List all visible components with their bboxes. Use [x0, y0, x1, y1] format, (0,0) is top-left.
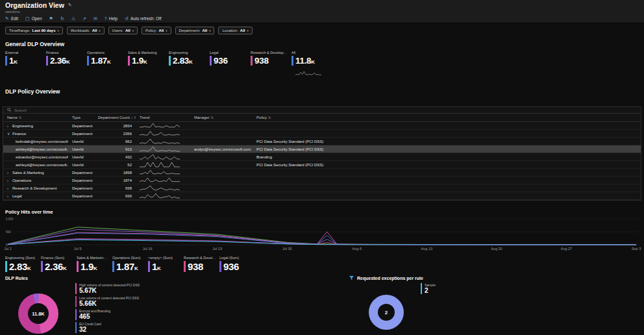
policy-hits-chart[interactable]: 1,0005000: [5, 217, 639, 246]
kpi-card-operations[interactable]: Operations1.87K: [87, 51, 125, 79]
trend-sparkline: [140, 138, 180, 144]
alert-icon[interactable]: ⚠: [71, 16, 75, 21]
kpi-card-sales-marketing-sum[interactable]: Sales & Marketing (Sum)1.9K: [77, 256, 109, 272]
bookmark-icon[interactable]: ⚑: [49, 16, 53, 21]
kpi-card-sales-marketing[interactable]: Sales & Marketing1.9K: [128, 51, 166, 79]
column-label: Policy: [256, 116, 267, 119]
name-cell: ashleyd@treysec.onmicrosoft.com: [3, 163, 68, 167]
row-trend: [136, 193, 190, 199]
kpi-unit: K: [66, 59, 69, 65]
kpi-card-finance-sum[interactable]: Finance (Sum)2.36K: [41, 256, 73, 272]
help-button[interactable]: ? Help: [105, 16, 118, 21]
filter-policy[interactable]: Policy:All▾: [142, 27, 171, 34]
kpi-card-external[interactable]: External1K: [5, 51, 43, 79]
kpi-value: 1K: [5, 56, 43, 66]
kpi-card-research-development[interactable]: Research & Development938: [251, 51, 288, 79]
kpi-number: 2.36K: [50, 56, 70, 66]
filter-users[interactable]: Users:All▾: [108, 27, 138, 34]
comment-icon[interactable]: ✉: [93, 16, 97, 21]
name-cell: ›Sales & Marketing: [3, 171, 68, 175]
kpi-row-sums: Engineering (Sum)2.83KFinance (Sum)2.36K…: [0, 253, 644, 272]
column-header-trend[interactable]: Trend: [136, 116, 190, 119]
kpi-card-legal-sum[interactable]: Legal (Sum)936: [219, 256, 252, 272]
open-button[interactable]: ▢ Open: [25, 16, 42, 21]
filter-workloads[interactable]: Workloads:All▾: [67, 27, 105, 34]
column-header-name[interactable]: Name⇅: [3, 116, 68, 119]
auto-refresh-toggle[interactable]: ↺ Auto refresh: Off: [125, 16, 161, 21]
kpi-card-research-development-sum[interactable]: Research & Development (Sum)938: [184, 256, 216, 272]
expand-icon[interactable]: ›: [7, 171, 10, 175]
kpi-accent-bar: [148, 261, 150, 272]
expand-icon[interactable]: ›: [7, 179, 10, 182]
kpi-card-legal[interactable]: Legal936: [210, 51, 247, 79]
kpi-label: Research & Development: [251, 51, 288, 55]
kpi-unit: K: [134, 266, 138, 271]
dlp-rules-title: DLP Rules: [5, 276, 349, 280]
column-label: Department Count: [98, 116, 130, 119]
row-trend: [136, 169, 190, 176]
share-icon[interactable]: ↗: [82, 16, 86, 21]
search-input[interactable]: [14, 108, 170, 113]
table-row[interactable]: belindab@treysec.onmicrosoft.comUserId96…: [3, 138, 641, 145]
filter-location[interactable]: Location:All▾: [218, 27, 252, 34]
table-row[interactable]: ›Sales & MarketingDepartment1898: [3, 169, 641, 177]
column-header-policy[interactable]: Policy⇅: [253, 116, 473, 119]
filter-value: Last 90 days: [32, 29, 55, 32]
requested-exceptions-donut[interactable]: 2: [369, 295, 404, 330]
column-header-department-count[interactable]: Department Count1⇅: [94, 116, 136, 119]
kpi-number: 1K: [152, 261, 161, 272]
name-cell: ›Legal: [3, 194, 68, 198]
chevron-down-icon: ▾: [99, 29, 100, 32]
kpi-card-engineering[interactable]: Engineering2.83K: [169, 51, 206, 79]
table-row[interactable]: ashleyd@treysec.onmicrosoft.comUserId52P…: [3, 161, 641, 169]
table-row[interactable]: ›OperationsDepartment1874: [3, 177, 641, 184]
expand-icon[interactable]: ›: [7, 194, 10, 198]
legend-item-encrypt-and-branding[interactable]: Encrypt and Branding465: [75, 309, 140, 320]
kpi-value: 11.8K: [291, 56, 329, 66]
table-row[interactable]: ›Research & DevelopmentDepartment938: [3, 184, 641, 192]
legend-item-high-volume-of-content-detected-pci-dss[interactable]: High volume of content detected PCI DSS5…: [75, 283, 140, 294]
kpi-card-operations-sum[interactable]: Operations (Sum)1.87K: [112, 256, 145, 272]
row-policy: PCI Data Security Standard (PCI DSS): [253, 147, 473, 151]
legend-item-eu-credit-card[interactable]: EU Credit Card32: [75, 322, 140, 333]
kpi-number: 1.9K: [132, 56, 147, 66]
dlp-rules-donut[interactable]: 11.8K: [18, 293, 58, 334]
kpi-accent-bar: [5, 261, 7, 272]
legend-swatch: [75, 309, 77, 320]
column-header-manager[interactable]: Manager⇅: [190, 116, 253, 119]
y-axis-label: 0: [6, 243, 8, 247]
funnel-icon: [349, 276, 354, 280]
kpi-accent-bar: [210, 56, 212, 66]
filter-department[interactable]: Department:All▾: [175, 27, 215, 34]
row-type: UserId: [68, 155, 94, 159]
kpi-card-all[interactable]: All11.8K: [291, 51, 329, 79]
row-count: 1898: [94, 171, 136, 175]
filter-label: TimeRange:: [9, 29, 30, 32]
sort-icon: ⇅: [19, 116, 21, 119]
row-policy: PCI Data Security Standard (PCI DSS): [253, 163, 473, 167]
reset-icon[interactable]: ↻: [60, 16, 64, 21]
requested-exceptions-block: Requested exceptions per rule 2 Sample2: [349, 276, 639, 335]
expand-icon[interactable]: ›: [7, 186, 10, 190]
kpi-card-finance[interactable]: Finance2.36K: [46, 51, 84, 79]
filter-timerange[interactable]: TimeRange:Last 90 days▾: [5, 27, 63, 34]
table-row[interactable]: ∨FinanceDepartment2356: [3, 130, 641, 138]
table-row[interactable]: eduardor@treysec.onmicrosoft.comUserId43…: [3, 153, 641, 161]
table-row[interactable]: ›LegalDepartment936: [3, 192, 641, 200]
edit-button[interactable]: ✎ Edit: [5, 16, 18, 21]
table-row[interactable]: ›EngineeringDepartment2834: [3, 122, 641, 130]
legend-text: EU Credit Card32: [79, 322, 101, 333]
column-header-type[interactable]: Type: [68, 116, 94, 119]
legend-item-sample[interactable]: Sample2: [421, 283, 436, 294]
row-count: 910: [94, 147, 136, 151]
kpi-card-empty-sum[interactable]: <empty> (Sum)1K: [148, 256, 180, 272]
column-label: Trend: [140, 116, 149, 119]
rename-pencil-icon[interactable]: ✎: [68, 3, 72, 8]
kpi-card-engineering-sum[interactable]: Engineering (Sum)2.83K: [5, 256, 38, 272]
row-type: UserId: [68, 140, 94, 143]
legend-item-low-volume-of-content-detected-pci-dss[interactable]: Low volume of content detected PCI DSS5.…: [75, 296, 140, 307]
table-row[interactable]: ashleyd@treysec.onmicrosoft.comUserId910…: [3, 145, 641, 153]
collapse-icon[interactable]: ∨: [7, 131, 10, 136]
expand-icon[interactable]: ›: [7, 124, 10, 128]
filter-label: Policy:: [145, 29, 157, 32]
